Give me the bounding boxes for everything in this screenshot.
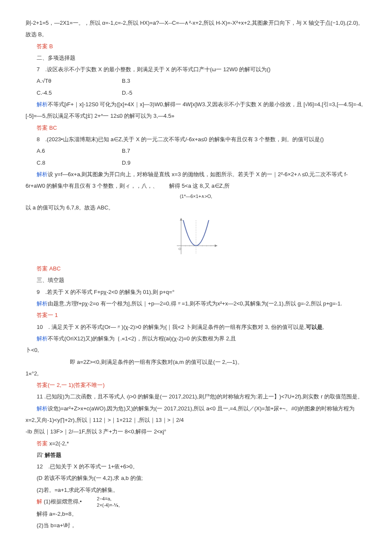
equation-block: 2−4=a, 2×(-4)=-⅓, xyxy=(86,496,120,508)
explain-text: 不等式(OriX12)又)的解集为｛.«1<2)，所以方程(ai)(χ-2)=0… xyxy=(48,335,236,342)
explain-label: 解析 xyxy=(37,101,48,108)
question-12-solution-3: (2)当 b=a+\时， xyxy=(26,520,366,531)
question-8-text: 8 .(2023•山东淄博期末)已知 a∈Z,关于 X 的一元二次不等式/-6x… xyxy=(37,136,324,142)
question-11-explain: 解析设危)=ar²+Z>x+c(aWO),因为危)又)的解集为(一 2017,2… xyxy=(26,403,366,426)
answer-6: 答案 B xyxy=(37,43,53,49)
question-8: 8 .(2023•山东淄博期末)已知 a∈Z,关于 X 的一元二次不等式/-6x… xyxy=(26,134,366,145)
explain-label: 解析 xyxy=(37,171,48,177)
equation-line-2: 2×(-4)=-⅓, xyxy=(86,502,120,508)
question-8-options-2: C.8 D.9 xyxy=(26,157,366,169)
parabola-svg: O xyxy=(173,216,219,256)
explain-label: 解析 xyxy=(37,300,48,307)
question-12-solution-1: 解 (1)根据熠意得,• 2−4=a, 2×(-4)=-⅓, xyxy=(26,496,366,508)
explain-label: 解析 xyxy=(37,405,48,412)
question-7-options: A.√Tθ B.3 xyxy=(26,75,366,87)
question-10-text: 10 . 满足关于 X 的不等式(Or—〃)(χ-2)>0 的解集为{｜我<2 … xyxy=(37,324,306,330)
parabola-figure: O xyxy=(26,216,366,260)
question-11-explain-2: -Ib 所以｜13F>｜2/—1F,所以 3 产+力一 8<0,解得一 2<κj… xyxy=(26,426,366,437)
answer-10: 答案(一 2,一 1)(答案不唯一) xyxy=(37,382,105,388)
section-4-heading: 四' 解答题 xyxy=(26,449,366,461)
question-9-explain: 解析由题意,方理f+pχ-2=o 有一个根为],所以｜+p—2=0,得〃=1,则… xyxy=(26,298,366,309)
question-8-options: A.6 B.7 xyxy=(26,145,366,157)
paragraph-continuation: 则-2+1=5，—2X1=一。，所以 α=-1,c=-2,所以 HX)=a?—X… xyxy=(26,17,366,41)
option-a: A.6 xyxy=(37,145,122,157)
explain-text: 由题意,方理f+pχ-2=o 有一个根为],所以｜+p—2=0,得〃=1,则不等… xyxy=(48,300,342,307)
answer-11-line: 答案 x=2(-2,* xyxy=(26,438,366,449)
question-10-explain-4: 1«°2, xyxy=(26,368,366,379)
answer-8: 答案 ABC xyxy=(37,265,61,272)
question-10: 10 . 满足关于 X 的不等式(Or—〃)(χ-2)>0 的解集为{｜我<2 … xyxy=(26,321,366,333)
answer-7: 答案 BC xyxy=(37,125,57,131)
question-7: 7 .设区表示不小于实数 X 的最小整数，则满足关于 X 的不等式口产十(ω一 … xyxy=(26,64,366,75)
inline-math-note: (1*—6×1+∧>O, xyxy=(26,192,366,201)
question-11: 11 .已知段)为二次函数，且不等式人 ι)>0 的解集是(一 2017,202… xyxy=(26,391,366,402)
section-3-heading: 三、填空题 xyxy=(26,274,366,286)
question-7-explain: 解析不等式[ιF+｜x]-12S0 可化为([x]+4X｜x]—3)W0,解得一… xyxy=(26,99,366,122)
option-d: D.-5 xyxy=(122,87,207,99)
question-12-part-1: (D 若该不等式的解集为(一 4,2),求 a,b 的值; xyxy=(26,472,366,484)
question-10-explain-2: 卜<0, xyxy=(26,344,366,356)
question-7-options-2: C.-4.5 D.-5 xyxy=(26,87,366,99)
answer-11-text: x=2(-2,* xyxy=(49,440,69,447)
section-2-heading: 二、多项选择题 xyxy=(26,52,366,64)
option-d: D.9 xyxy=(122,157,207,169)
question-12: 12 .已知关于 X 的不等式一 1+依+6>0。 xyxy=(26,461,366,472)
solution-label: 解 xyxy=(37,498,44,505)
svg-marker-3 xyxy=(180,218,182,221)
question-8-explain-2: 以 a 的值可以为 6,7,8。故选 ABC。 xyxy=(26,202,366,213)
question-12-part-2: (2)若。=a+1,求此不等式的解集。 xyxy=(26,484,366,496)
explain-text: 设危)=ar²+Z>x+c(aWO),因为危)又)的解集为(一 2017,202… xyxy=(26,405,355,423)
question-10-explain: 解析不等式(OriX12)又)的解集为｛.«1<2)，所以方程(ai)(χ-2)… xyxy=(26,333,366,344)
section-4-title: 解答题 xyxy=(45,452,61,458)
svg-text:O: O xyxy=(179,247,181,251)
answer-9: 答案一 1 xyxy=(37,312,58,318)
option-c: C.-4.5 xyxy=(37,87,122,99)
question-10-explain-3: 即 a=2Z><0,则满足条件的一组有序实数对(a,m 的值可以是(一 2,—1… xyxy=(26,356,366,368)
explain-text: 设 y=f—6x+a,则其图象为开口向上，对称轴是直线 x=3 的抛物线，如图所… xyxy=(26,171,348,189)
solution-1-text: (1)根据熠意得,• xyxy=(44,498,82,505)
option-c: C.8 xyxy=(37,157,122,169)
explain-text: 不等式[ιF+｜x]-12S0 可化为([x]+4X｜x]—3)W0,解得一 4… xyxy=(26,101,363,119)
option-b: B.7 xyxy=(122,145,207,157)
explain-label: 解析 xyxy=(37,335,48,342)
answer-label: 答案 xyxy=(37,440,49,447)
equation-line-1: 2−4=a, xyxy=(86,496,120,502)
section-4-prefix: 四' xyxy=(37,452,45,458)
question-9: 9 .若关于 X 的不等式 F+pχ-2<0 的解集为 01),则 p+q=° xyxy=(26,286,366,298)
svg-marker-1 xyxy=(215,244,217,247)
option-b: B.3 xyxy=(122,75,207,87)
option-a: A.√Tθ xyxy=(37,75,122,87)
question-8-explain-1: 解析设 y=f—6x+a,则其图象为开口向上，对称轴是直线 x=3 的抛物线，如… xyxy=(26,169,366,192)
question-12-solution-2: 解得 a=-2,b=8。 xyxy=(26,508,366,520)
